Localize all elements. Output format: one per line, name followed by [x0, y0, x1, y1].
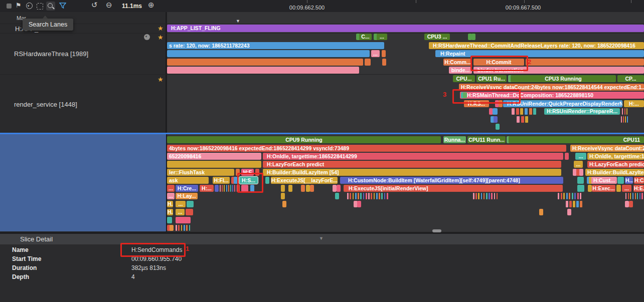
trace-slice-sliver[interactable] [533, 108, 536, 115]
reset-zoom-icon[interactable]: ↺ [91, 1, 98, 9]
trace-slice-sliver[interactable] [625, 193, 626, 199]
trace-slice-sliver[interactable] [635, 193, 636, 199]
favorite-star-icon[interactable]: ★ [157, 76, 164, 83]
trace-slice[interactable]: CPU3 Running [511, 75, 616, 82]
trace-slice-sliver[interactable] [232, 185, 233, 192]
trace-slice[interactable]: H:Lay... [176, 193, 198, 199]
trace-slice[interactable]: ... [377, 34, 387, 40]
trace-slice-sliver[interactable] [517, 116, 520, 123]
trace-slice-sliver[interactable] [167, 59, 363, 66]
trace-slice[interactable]: ask [167, 177, 209, 184]
trace-slice-sliver[interactable] [376, 193, 378, 199]
trace-slice-sliver[interactable] [569, 201, 572, 207]
trace-slice-sliver[interactable] [288, 185, 292, 192]
trace-slice-sliver[interactable] [475, 193, 477, 199]
trace-slice-sliver[interactable] [382, 50, 386, 57]
trace-slice[interactable]: H:OnIdle, targettime:1865228414299 [263, 153, 563, 160]
trace-slice-sliver[interactable] [486, 193, 488, 199]
trace-slice[interactable]: ler::FlushTask [167, 169, 234, 176]
trace-slice[interactable]: CPU... [453, 75, 475, 82]
trace-slice-sliver[interactable] [357, 201, 361, 207]
trace-slice[interactable]: H:RSUniRender::PrepareR... [544, 108, 620, 115]
trace-slice[interactable]: C... [359, 34, 372, 40]
trace-slice-sliver[interactable] [525, 116, 528, 123]
trace-slice[interactable]: H:... [200, 185, 214, 192]
trace-slice[interactable]: H:APP_LIST_FLING [167, 25, 644, 32]
divider-drag-handle[interactable] [432, 229, 441, 232]
trace-slice-sliver[interactable] [350, 193, 351, 199]
trace-slice[interactable]: ... [575, 153, 586, 160]
trace-slice[interactable]: CPU11 [509, 136, 644, 143]
trace-slice-sliver[interactable] [481, 193, 482, 199]
trace-slice[interactable]: H:LazyForEach predict [263, 161, 561, 168]
trace-slice[interactable]: ... [574, 161, 583, 168]
trace-slice[interactable]: H:CustomNode:BuildItem [WaterfallGridIte… [340, 177, 563, 184]
trace-slice-sliver[interactable] [353, 193, 354, 199]
trace-slice-sliver[interactable] [561, 193, 562, 199]
trace-slice[interactable]: H:Repaint [435, 50, 644, 57]
trace-slice[interactable]: ... [371, 50, 380, 57]
trace-slice-sliver[interactable] [525, 108, 528, 115]
trace-slice-sliver[interactable] [629, 201, 633, 207]
trace-slice-sliver[interactable] [580, 185, 584, 192]
trace-slice-sliver[interactable] [625, 116, 626, 123]
trace-slice-sliver[interactable] [512, 108, 515, 115]
locate-icon[interactable]: ▸ [144, 34, 150, 40]
favorite-star-icon[interactable]: ★ [157, 34, 164, 41]
trace-slice-sliver[interactable] [526, 59, 644, 66]
trace-slice-sliver[interactable] [167, 217, 172, 223]
trace-slice-sliver[interactable] [577, 193, 579, 199]
stop-icon[interactable] [7, 4, 12, 9]
trace-slice[interactable]: H:Builder:BuildLazyItem [54] [263, 169, 561, 176]
trace-slice-sliver[interactable] [627, 116, 628, 123]
trace-slice-sliver[interactable] [494, 116, 498, 123]
trace-slice-sliver[interactable] [574, 193, 576, 199]
trace-slice[interactable]: binde... [449, 67, 472, 74]
trace-slice[interactable]: H:C... [634, 177, 644, 184]
trace-slice-sliver[interactable] [567, 209, 571, 215]
trace-slice[interactable]: CPU1 Ru... [476, 75, 507, 82]
trace-slice-sliver[interactable] [281, 185, 285, 192]
trace-slice-sliver[interactable] [337, 185, 341, 192]
trace-slice-sliver[interactable] [577, 177, 584, 184]
trace-slice-sliver[interactable] [493, 108, 498, 115]
trace-slice[interactable]: CPU11 Runn... [467, 136, 506, 143]
trace-slice-sliver[interactable] [215, 185, 219, 192]
flag-icon[interactable]: ⚑ [16, 2, 22, 9]
trace-slice-sliver[interactable] [478, 193, 479, 199]
trace-slice-sliver[interactable] [186, 209, 193, 215]
trace-slice-sliver[interactable] [624, 108, 625, 115]
trace-slice-sliver[interactable] [625, 201, 629, 207]
trace-slice-sliver[interactable] [494, 193, 496, 199]
trace-slice[interactable]: CPU9 Running [167, 136, 441, 143]
trace-slice-sliver[interactable] [622, 108, 623, 115]
trace-slice-sliver[interactable] [167, 50, 370, 57]
trace-slice-sliver[interactable] [520, 108, 523, 115]
trace-slice[interactable]: H:Comm... [443, 59, 472, 66]
trace-slice-sliver[interactable] [167, 161, 261, 168]
trace-slice-sliver[interactable] [623, 116, 624, 123]
trace-slice-sliver[interactable] [489, 193, 490, 199]
trace-slice-sliver[interactable] [580, 201, 582, 207]
trace-slice[interactable]: Runna... [443, 136, 466, 143]
trace-slice-sliver[interactable] [558, 193, 559, 199]
trace-slice-sliver[interactable] [371, 193, 372, 199]
trace-slice-sliver[interactable] [226, 185, 227, 192]
trace-slice-sliver[interactable] [621, 116, 622, 123]
select-region-icon[interactable] [37, 3, 43, 10]
trace-slice-sliver[interactable] [637, 193, 638, 199]
trace-slice-sliver[interactable] [184, 225, 185, 231]
trace-slice[interactable]: H:Builder:BuildLazyItem [54] [585, 169, 644, 176]
trace-slice[interactable]: H:Fl... [213, 177, 230, 184]
trace-slice[interactable]: H... [167, 209, 173, 215]
trace-slice[interactable]: H:RSUniRender:QuickPrepareDisplayRenderN… [503, 100, 622, 107]
trace-slice-sliver[interactable] [529, 108, 532, 115]
trace-slice[interactable]: H:Cre... [176, 185, 198, 192]
trace-slice-sliver[interactable] [516, 108, 519, 115]
trace-slice-sliver[interactable] [366, 193, 367, 199]
trace-slice[interactable]: H:LazyForEach predict [587, 161, 644, 168]
trace-slice-sliver[interactable] [178, 225, 180, 231]
trace-slice-sliver[interactable] [228, 185, 229, 192]
trace-slice-sliver[interactable] [381, 193, 383, 199]
trace-slice-sliver[interactable] [222, 185, 223, 192]
